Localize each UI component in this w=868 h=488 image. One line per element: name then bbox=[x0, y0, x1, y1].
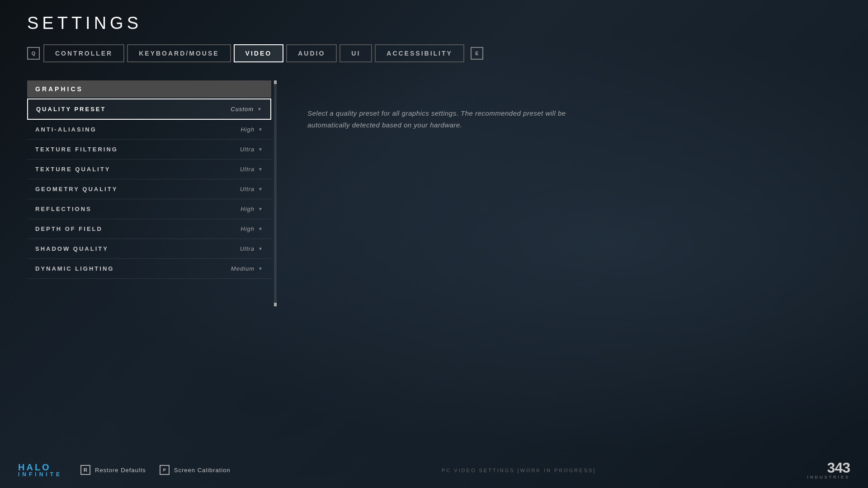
texture-quality-row[interactable]: TEXTURE QUALITY Ultra ▼ bbox=[27, 160, 271, 179]
industries-logo: 343 INDUSTRIES bbox=[807, 460, 850, 479]
settings-list: GRAPHICS QUALITY PRESET Custom ▼ ANTI-AL… bbox=[27, 80, 271, 306]
depth-of-field-label: DEPTH OF FIELD bbox=[35, 225, 103, 232]
graphics-header-text: GRAPHICS bbox=[35, 85, 83, 93]
texture-filtering-value-container: Ultra ▼ bbox=[240, 146, 263, 153]
geometry-quality-value-container: Ultra ▼ bbox=[240, 186, 263, 192]
left-key-indicator: Q bbox=[27, 47, 40, 60]
texture-filtering-value: Ultra bbox=[240, 146, 255, 153]
footer-center-text: PC VIDEO SETTINGS [WORK IN PROGRESS] bbox=[442, 468, 596, 473]
geometry-quality-value: Ultra bbox=[240, 186, 255, 192]
shadow-quality-value-container: Ultra ▼ bbox=[240, 245, 263, 252]
scroll-wrapper: GRAPHICS QUALITY PRESET Custom ▼ ANTI-AL… bbox=[27, 80, 280, 306]
restore-defaults-label: Restore Defaults bbox=[95, 467, 146, 474]
tab-bar: Q CONTROLLER KEYBOARD/MOUSE VIDEO AUDIO … bbox=[27, 44, 841, 62]
shadow-quality-value: Ultra bbox=[240, 245, 255, 252]
depth-of-field-value: High bbox=[241, 225, 255, 232]
reflections-value: High bbox=[241, 206, 255, 212]
halo-logo-infinite-text: INFINITE bbox=[18, 472, 62, 477]
reflections-value-container: High ▼ bbox=[241, 206, 263, 212]
anti-aliasing-label: ANTI-ALIASING bbox=[35, 126, 97, 133]
tab-audio[interactable]: AUDIO bbox=[286, 44, 337, 62]
texture-filtering-label: TEXTURE FILTERING bbox=[35, 146, 118, 153]
reflections-row[interactable]: REFLECTIONS High ▼ bbox=[27, 199, 271, 219]
texture-quality-value-container: Ultra ▼ bbox=[240, 166, 263, 173]
scrollbar-bottom-arrow[interactable] bbox=[274, 303, 277, 306]
dynamic-lighting-value: Medium bbox=[231, 265, 255, 272]
dynamic-lighting-value-container: Medium ▼ bbox=[231, 265, 263, 272]
screen-calibration-action[interactable]: P Screen Calibration bbox=[160, 465, 231, 475]
description-panel: Select a quality preset for all graphics… bbox=[307, 80, 579, 131]
tab-accessibility[interactable]: ACCESSIBILITY bbox=[375, 44, 464, 62]
halo-infinite-logo: HALO INFINITE bbox=[18, 463, 62, 477]
anti-aliasing-row[interactable]: ANTI-ALIASING High ▼ bbox=[27, 120, 271, 140]
texture-quality-dropdown-arrow: ▼ bbox=[258, 167, 263, 172]
texture-filtering-row[interactable]: TEXTURE FILTERING Ultra ▼ bbox=[27, 140, 271, 160]
screen-calibration-label: Screen Calibration bbox=[174, 467, 231, 474]
tab-controller[interactable]: CONTROLLER bbox=[43, 44, 124, 62]
anti-aliasing-value-container: High ▼ bbox=[241, 126, 263, 133]
quality-preset-label: QUALITY PRESET bbox=[36, 106, 106, 113]
quality-preset-dropdown-arrow: ▼ bbox=[257, 107, 262, 112]
depth-of-field-row[interactable]: DEPTH OF FIELD High ▼ bbox=[27, 219, 271, 239]
texture-quality-label: TEXTURE QUALITY bbox=[35, 166, 110, 173]
industries-number: 343 bbox=[807, 460, 850, 475]
shadow-quality-label: SHADOW QUALITY bbox=[35, 245, 108, 252]
footer-center: PC VIDEO SETTINGS [WORK IN PROGRESS] bbox=[231, 466, 807, 474]
shadow-quality-dropdown-arrow: ▼ bbox=[258, 246, 263, 251]
depth-of-field-value-container: High ▼ bbox=[241, 225, 263, 232]
industries-name: INDUSTRIES bbox=[807, 475, 850, 479]
description-text: Select a quality preset for all graphics… bbox=[307, 108, 579, 131]
settings-panel: GRAPHICS QUALITY PRESET Custom ▼ ANTI-AL… bbox=[27, 80, 841, 306]
screen-calibration-key: P bbox=[160, 465, 170, 475]
reflections-dropdown-arrow: ▼ bbox=[258, 206, 263, 211]
settings-list-container: GRAPHICS QUALITY PRESET Custom ▼ ANTI-AL… bbox=[27, 80, 280, 306]
dynamic-lighting-dropdown-arrow: ▼ bbox=[258, 266, 263, 271]
restore-defaults-action[interactable]: R Restore Defaults bbox=[80, 465, 146, 475]
depth-of-field-dropdown-arrow: ▼ bbox=[258, 226, 263, 231]
geometry-quality-row[interactable]: GEOMETRY QUALITY Ultra ▼ bbox=[27, 179, 271, 199]
dynamic-lighting-row[interactable]: DYNAMIC LIGHTING Medium ▼ bbox=[27, 259, 271, 279]
dynamic-lighting-label: DYNAMIC LIGHTING bbox=[35, 265, 114, 272]
graphics-section-header: GRAPHICS bbox=[27, 80, 271, 98]
footer: HALO INFINITE R Restore Defaults P Scree… bbox=[0, 452, 868, 488]
anti-aliasing-value: High bbox=[241, 126, 255, 133]
geometry-quality-dropdown-arrow: ▼ bbox=[258, 187, 263, 192]
tab-video[interactable]: VIDEO bbox=[234, 44, 284, 62]
reflections-label: REFLECTIONS bbox=[35, 206, 92, 212]
tab-ui[interactable]: UI bbox=[340, 44, 372, 62]
quality-preset-row[interactable]: QUALITY PRESET Custom ▼ bbox=[27, 99, 271, 120]
texture-quality-value: Ultra bbox=[240, 166, 255, 173]
anti-aliasing-dropdown-arrow: ▼ bbox=[258, 127, 263, 132]
right-key-indicator: E bbox=[471, 47, 483, 60]
footer-actions: R Restore Defaults P Screen Calibration bbox=[80, 465, 231, 475]
quality-preset-value-container: Custom ▼ bbox=[231, 106, 262, 113]
shadow-quality-row[interactable]: SHADOW QUALITY Ultra ▼ bbox=[27, 239, 271, 259]
quality-preset-value: Custom bbox=[231, 106, 254, 113]
main-content: SETTINGS Q CONTROLLER KEYBOARD/MOUSE VID… bbox=[0, 0, 868, 320]
tab-keyboard-mouse[interactable]: KEYBOARD/MOUSE bbox=[127, 44, 231, 62]
page-title: SETTINGS bbox=[27, 14, 841, 33]
texture-filtering-dropdown-arrow: ▼ bbox=[258, 147, 263, 152]
geometry-quality-label: GEOMETRY QUALITY bbox=[35, 186, 118, 192]
halo-logo-halo-text: HALO bbox=[18, 463, 51, 472]
scrollbar-track[interactable] bbox=[274, 80, 277, 306]
scrollbar-top-arrow[interactable] bbox=[274, 80, 277, 84]
restore-defaults-key: R bbox=[80, 465, 90, 475]
